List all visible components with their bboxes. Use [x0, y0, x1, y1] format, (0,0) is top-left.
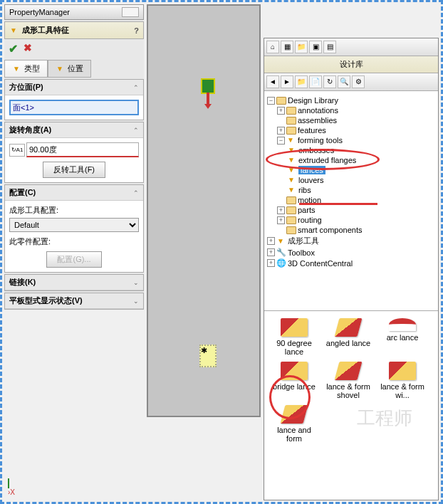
- refresh-icon[interactable]: ↻: [323, 75, 336, 88]
- chevron-up-icon: ⌃: [133, 189, 139, 196]
- angle-input[interactable]: [26, 142, 139, 157]
- folder-icon: [286, 216, 296, 224]
- forming-tool-preview: [201, 78, 215, 94]
- pin-icon[interactable]: [122, 7, 139, 17]
- part-config-label: 此零件配置:: [9, 236, 139, 247]
- folder-icon: [286, 196, 296, 204]
- action-row: ✔ ✖: [4, 39, 144, 58]
- thumb-lance-form[interactable]: lance and form: [267, 402, 321, 446]
- search-icon[interactable]: 🔍: [338, 75, 350, 88]
- home-icon[interactable]: ⌂: [266, 41, 279, 53]
- settings-icon[interactable]: ⚙: [352, 75, 365, 88]
- tree-node[interactable]: embosses: [267, 145, 435, 155]
- annotation-line: [299, 203, 377, 205]
- tree-node[interactable]: louvers: [267, 175, 435, 185]
- tree: −Design Library +annotations assemblies …: [264, 91, 438, 310]
- add-file-icon[interactable]: 📄: [309, 75, 322, 88]
- cancel-icon[interactable]: ✖: [24, 42, 32, 56]
- thumb-shovel[interactable]: lance & form shovel: [321, 359, 375, 402]
- ok-icon[interactable]: ✔: [9, 42, 18, 56]
- feature-header: 成形工具特征 ?: [4, 21, 144, 39]
- section-config: 配置(C)⌃ 成形工具配置: Default 此零件配置: 配置(G)...: [4, 184, 144, 273]
- forming-tool-icon: [12, 65, 22, 73]
- reverse-button[interactable]: 反转工具(F): [43, 162, 105, 178]
- tree-node-cn[interactable]: +成形工具: [267, 235, 435, 247]
- tab-type[interactable]: 类型: [4, 60, 48, 78]
- forward-icon[interactable]: ►: [281, 75, 293, 88]
- forming-tool-icon: [287, 186, 297, 194]
- folder-icon: [286, 117, 296, 125]
- tree-node[interactable]: +routing: [267, 215, 435, 225]
- chevron-up-icon: ⌃: [133, 84, 139, 91]
- tab-position[interactable]: 位置: [48, 60, 91, 78]
- tree-node-forming-tools[interactable]: −forming tools: [267, 135, 435, 145]
- tree-node-lances[interactable]: lances: [267, 165, 435, 175]
- folder-icon[interactable]: 📁: [295, 41, 308, 53]
- tree-node[interactable]: ribs: [267, 185, 435, 195]
- thumb-90-degree[interactable]: 90 degree lance: [267, 315, 321, 359]
- tree-node[interactable]: extruded flanges: [267, 155, 435, 165]
- thumb-bridge[interactable]: bridge lance: [267, 359, 321, 402]
- tree-root[interactable]: −Design Library: [267, 95, 435, 105]
- forming-tool-icon: [287, 176, 297, 184]
- folder-icon: [286, 206, 296, 214]
- section-flat: 平板型式显示状态(V)⌄: [4, 293, 144, 310]
- forming-tool-icon: [287, 146, 297, 154]
- thumb-angled[interactable]: angled lance: [321, 315, 375, 359]
- forming-tool-icon: [56, 65, 66, 73]
- placement-preview: ✱: [199, 345, 217, 367]
- help-icon[interactable]: ?: [134, 26, 139, 35]
- forming-tool-icon: [276, 237, 286, 246]
- section-header[interactable]: 方位面(P)⌃: [5, 80, 143, 95]
- chevron-up-icon: ⌃: [133, 127, 139, 134]
- section-header[interactable]: 配置(C)⌃: [5, 185, 143, 201]
- add-folder-icon[interactable]: 📁: [295, 75, 308, 88]
- library-icon[interactable]: ▦: [281, 41, 293, 53]
- feature-title: 成形工具特征: [22, 25, 69, 36]
- pm-title-bar: PropertyManager: [4, 4, 144, 20]
- forming-tool-icon: [286, 136, 296, 145]
- forming-tool-icon: [287, 156, 297, 164]
- folder-icon: [286, 107, 296, 115]
- thumb-arc[interactable]: arc lance: [375, 315, 429, 359]
- section-angle: 旋转角度(A)⌃ ↻A1 反转工具(F): [4, 122, 144, 183]
- forming-tool-icon: [9, 26, 19, 35]
- face-input[interactable]: [9, 100, 139, 115]
- folder-icon: [286, 127, 296, 135]
- pm-title: PropertyManager: [9, 8, 70, 16]
- config-label: 成形工具配置:: [9, 205, 139, 216]
- back-icon[interactable]: ◄: [266, 75, 279, 88]
- folder-icon: [286, 226, 296, 234]
- section-header[interactable]: 平板型式显示状态(V)⌄: [5, 293, 143, 309]
- axis-icon: ›X: [8, 488, 15, 496]
- angle-icon: ↻A1: [9, 144, 25, 157]
- chevron-down-icon: ⌄: [133, 298, 139, 305]
- direction-arrow-icon: [207, 93, 209, 105]
- section-face: 方位面(P)⌃: [4, 79, 144, 120]
- tree-node[interactable]: assemblies: [267, 115, 435, 125]
- property-manager: PropertyManager 成形工具特征 ? ✔ ✖ 类型 位置 方位面(P…: [4, 4, 144, 310]
- viewport[interactable]: ✱: [147, 4, 261, 417]
- config-select[interactable]: Default: [9, 218, 139, 232]
- section-header[interactable]: 链接(K)⌄: [5, 275, 143, 290]
- thumb-wi[interactable]: lance & form wi...: [375, 359, 429, 402]
- tabs: 类型 位置: [4, 60, 144, 78]
- tree-node-content[interactable]: +🌐3D ContentCentral: [267, 258, 435, 268]
- library-nav: ◄ ► 📁 📄 ↻ 🔍 ⚙: [264, 73, 438, 91]
- explorer-icon[interactable]: ▣: [309, 41, 322, 53]
- config-button: 配置(G)...: [46, 251, 101, 268]
- tree-node[interactable]: +features: [267, 125, 435, 135]
- library-title: 设计库: [264, 56, 438, 73]
- section-link: 链接(K)⌄: [4, 274, 144, 291]
- library-toolbar: ⌂ ▦ 📁 ▣ ▤: [264, 38, 438, 56]
- forming-tool-icon: [287, 166, 297, 174]
- view-icon[interactable]: ▤: [323, 41, 336, 53]
- thumbs-panel: 90 degree lance angled lance arc lance b…: [264, 310, 438, 450]
- tree-node-toolbox[interactable]: +🔧Toolbox: [267, 247, 435, 258]
- section-header[interactable]: 旋转角度(A)⌃: [5, 122, 143, 138]
- folder-icon: [276, 97, 286, 105]
- tree-node[interactable]: smart components: [267, 225, 435, 235]
- tree-node[interactable]: +annotations: [267, 105, 435, 115]
- tree-node[interactable]: +parts: [267, 205, 435, 215]
- chevron-down-icon: ⌄: [133, 279, 139, 286]
